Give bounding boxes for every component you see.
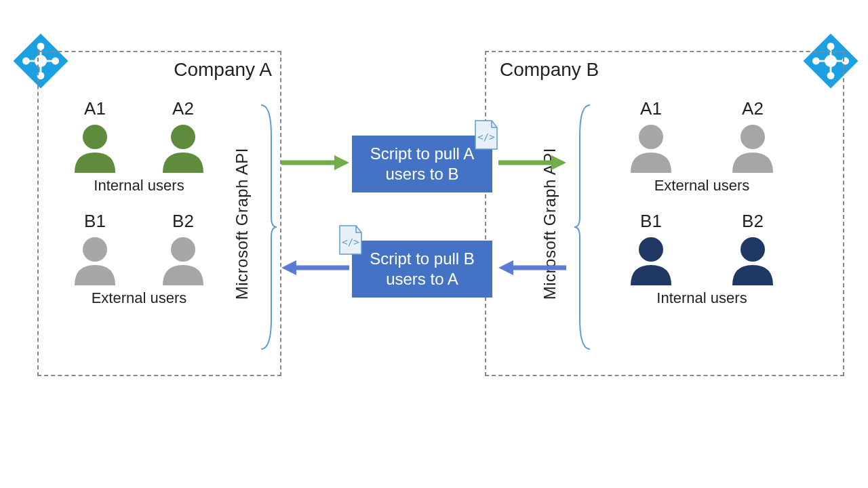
user-item: B1 xyxy=(68,211,122,285)
svg-text:</>: </> xyxy=(477,131,494,142)
arrow-left-icon xyxy=(281,258,349,278)
svg-text:</>: </> xyxy=(342,237,359,247)
user-icon xyxy=(624,122,678,173)
user-icon xyxy=(156,122,210,173)
graph-api-label-b: Microsoft Graph API xyxy=(540,102,559,346)
internal-users-label: Internal users xyxy=(600,289,804,307)
svg-point-24 xyxy=(639,125,663,149)
svg-marker-37 xyxy=(281,260,296,275)
code-document-icon: </> xyxy=(337,224,364,256)
user-item: A2 xyxy=(726,98,780,173)
arrow-right-icon xyxy=(498,152,566,173)
user-item: B1 xyxy=(624,211,678,285)
user-icon xyxy=(726,235,780,285)
user-icon xyxy=(726,122,780,173)
external-users-label: External users xyxy=(51,289,227,307)
svg-marker-31 xyxy=(334,155,349,170)
svg-point-26 xyxy=(639,237,663,262)
user-icon xyxy=(624,235,678,285)
arrow-left-icon xyxy=(498,258,566,278)
svg-point-22 xyxy=(83,237,107,262)
user-item: B2 xyxy=(726,211,780,285)
user-label: A2 xyxy=(156,98,210,119)
user-icon xyxy=(68,235,122,285)
company-a-title: Company A xyxy=(174,59,272,81)
svg-point-20 xyxy=(83,125,107,149)
user-icon xyxy=(68,122,122,173)
user-item: A1 xyxy=(68,98,122,173)
svg-point-25 xyxy=(741,125,765,149)
svg-marker-35 xyxy=(498,260,513,275)
svg-point-21 xyxy=(171,125,195,149)
user-item: A2 xyxy=(156,98,210,173)
svg-point-23 xyxy=(171,237,195,262)
user-label: A1 xyxy=(624,98,678,119)
brace-icon xyxy=(573,102,593,352)
script-b-to-a: Script to pull B users to A xyxy=(352,241,492,298)
company-b-users: A1 A2 External users B1 B2 Internal user… xyxy=(600,98,804,323)
svg-marker-33 xyxy=(551,155,566,170)
user-icon xyxy=(156,235,210,285)
user-label: B2 xyxy=(726,211,780,232)
user-label: A1 xyxy=(68,98,122,119)
user-item: B2 xyxy=(156,211,210,285)
external-users-label: External users xyxy=(600,177,804,195)
brace-icon xyxy=(258,102,278,352)
graph-api-label-a: Microsoft Graph API xyxy=(233,102,252,346)
code-document-icon: </> xyxy=(473,119,500,150)
arrow-right-icon xyxy=(281,152,349,173)
user-label: B2 xyxy=(156,211,210,232)
user-label: A2 xyxy=(726,98,780,119)
script-a-to-b: Script to pull A users to B xyxy=(352,136,492,192)
internal-users-label: Internal users xyxy=(51,177,227,195)
company-a-users: A1 A2 Internal users B1 B2 External user… xyxy=(51,98,227,323)
user-item: A1 xyxy=(624,98,678,173)
svg-point-27 xyxy=(741,237,765,262)
company-b-title: Company B xyxy=(500,59,599,81)
user-label: B1 xyxy=(624,211,678,232)
user-label: B1 xyxy=(68,211,122,232)
